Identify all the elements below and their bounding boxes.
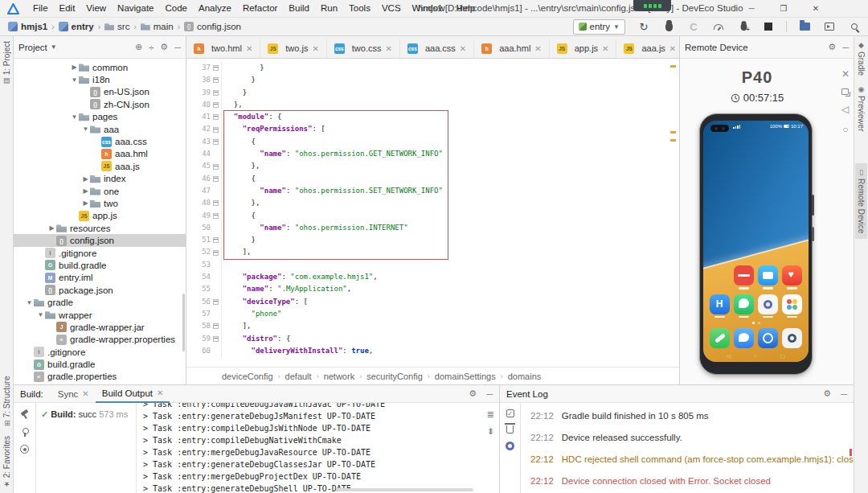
menu-vcs[interactable]: VCS <box>376 0 407 17</box>
build-hammer-icon[interactable] <box>20 409 30 419</box>
tree-item-index[interactable]: ▶index <box>14 173 186 185</box>
tab-two.js[interactable]: JStwo.js✕ <box>260 39 327 58</box>
toolwindow-structure[interactable]: ⊞7: Structure <box>1 372 13 431</box>
fold-marker[interactable] <box>211 160 222 172</box>
build-output[interactable]: > Task :entry:compileDebugJavaWithJavac … <box>137 403 499 493</box>
tree-item-pages[interactable]: ▼pages <box>14 111 186 123</box>
tree-item-entry.iml[interactable]: Mentry.iml <box>14 272 186 284</box>
tab-two.hml[interactable]: htwo.hml✕ <box>186 39 260 58</box>
breadcrumb-item-src[interactable]: src <box>104 22 129 31</box>
close-tab-icon[interactable]: ✕ <box>386 44 392 53</box>
close-tab-icon[interactable]: ✕ <box>534 44 541 53</box>
rerun-icon[interactable]: ↻ <box>637 19 651 34</box>
fold-marker[interactable] <box>211 136 222 148</box>
app-settings-icon[interactable] <box>758 294 778 318</box>
fold-marker[interactable] <box>211 87 222 99</box>
tab-aaa.js[interactable]: JSaaa.js✕ <box>616 39 684 58</box>
previewer-window-icon[interactable] <box>822 19 837 34</box>
menu-build[interactable]: Build <box>283 0 315 17</box>
menu-refactor[interactable]: Refactor <box>237 0 283 17</box>
fold-marker[interactable] <box>211 62 222 74</box>
hide-panel-icon[interactable]: ─ <box>841 389 847 399</box>
tree-item-aaa[interactable]: ▼aaa <box>14 123 186 135</box>
close-tab-icon[interactable]: ✕ <box>602 44 608 53</box>
back-icon[interactable]: ◁ <box>841 104 849 115</box>
fold-marker[interactable] <box>211 283 222 295</box>
breadcrumb-item-hmjs1[interactable]: hmjs1 <box>8 22 47 31</box>
tab-aaa.css[interactable]: cssaaa.css✕ <box>400 39 474 58</box>
app-messages-icon[interactable] <box>734 328 754 348</box>
fold-marker[interactable] <box>211 259 222 271</box>
close-tab-icon[interactable]: ✕ <box>312 44 318 53</box>
fold-marker[interactable] <box>211 197 222 209</box>
toolwindow-gradle[interactable]: ◆Gradle <box>855 36 867 80</box>
chevron-right-icon[interactable]: ▶ <box>81 187 90 195</box>
soft-wrap-icon[interactable]: ≣ <box>487 409 494 420</box>
hide-panel-icon[interactable]: ─ <box>174 43 181 52</box>
menu-navigate[interactable]: Navigate <box>112 0 159 17</box>
fold-marker[interactable] <box>211 320 222 332</box>
tree-item-build.gradle[interactable]: Gbuild.gradle <box>14 358 186 370</box>
app-camera-icon[interactable] <box>782 328 802 348</box>
chevron-right-icon[interactable]: ▶ <box>81 175 90 183</box>
filter-icon[interactable] <box>20 445 29 454</box>
fold-marker[interactable] <box>211 222 222 234</box>
project-panel-title[interactable]: Project <box>18 43 47 52</box>
settings-circle-icon[interactable] <box>506 442 514 450</box>
search-icon[interactable] <box>847 19 862 34</box>
app-health-icon[interactable] <box>782 265 802 290</box>
chevron-down-icon[interactable]: ▼ <box>36 311 45 318</box>
fold-marker[interactable] <box>211 185 222 197</box>
app-browser-icon[interactable] <box>758 328 778 348</box>
toolwindow-project[interactable]: ▤1: Project <box>1 36 13 90</box>
attach-debugger-icon[interactable]: + <box>736 19 751 34</box>
chevron-right-icon[interactable]: ▶ <box>70 64 79 71</box>
chevron-down-icon[interactable]: ▼ <box>25 299 34 306</box>
build-tab-build-output[interactable]: Build Output✕ <box>96 385 170 403</box>
fold-marker[interactable] <box>211 210 222 222</box>
fold-marker[interactable] <box>211 308 222 320</box>
tree-item-.gitignore[interactable]: i.gitignore <box>14 346 186 358</box>
menu-analyze[interactable]: Analyze <box>193 0 237 17</box>
json-path-domains[interactable]: domains <box>508 372 542 381</box>
collapse-all-icon[interactable]: ÷ <box>149 43 154 52</box>
horizontal-scrollbar[interactable] <box>336 488 473 491</box>
tree-item-two[interactable]: ▶two <box>14 197 186 209</box>
tree-item-en-US.json[interactable]: {}en-US.json <box>14 86 186 98</box>
stop-icon[interactable] <box>761 19 776 34</box>
breadcrumb-item-config.json[interactable]: {}config.json <box>184 22 241 31</box>
menu-file[interactable]: File <box>27 0 54 17</box>
app-phone-icon[interactable] <box>710 328 730 348</box>
tree-item-i18n[interactable]: ▼i18n <box>14 73 186 85</box>
close-button[interactable]: ✕ <box>810 0 821 17</box>
device-manager-icon[interactable] <box>797 19 812 34</box>
tree-item-gradle[interactable]: ▼gradle <box>14 296 186 308</box>
menu-view[interactable]: View <box>80 0 112 17</box>
phone-screen[interactable]: 100%10:17 ◁ ○ <box>703 121 809 362</box>
menu-tools[interactable]: Tools <box>343 0 376 17</box>
fold-marker[interactable] <box>211 74 222 86</box>
project-scrollbar[interactable] <box>182 294 185 351</box>
hide-panel-icon[interactable]: ─ <box>842 43 849 52</box>
json-path-domainSettings[interactable]: domainSettings <box>435 372 496 381</box>
chevron-right-icon[interactable]: ▶ <box>81 199 90 207</box>
tree-item-app.js[interactable]: JSapp.js <box>14 210 186 222</box>
tree-item-gradle-wrapper.properties[interactable]: ≡gradle-wrapper.properties <box>14 334 186 346</box>
tree-item-aaa.js[interactable]: JSaaa.js <box>14 160 186 172</box>
minimize-button[interactable]: ─ <box>746 0 757 17</box>
run-config-select[interactable]: entry ▼ <box>573 19 626 35</box>
menu-code[interactable]: Code <box>159 0 193 17</box>
rotate-screen-icon[interactable] <box>841 88 849 95</box>
close-tab-icon[interactable]: ✕ <box>157 388 163 397</box>
build-tab-sync[interactable]: Sync✕ <box>51 385 96 403</box>
tree-item-gradle.properties[interactable]: ≡gradle.properties <box>14 371 186 383</box>
close-tab-icon[interactable]: ✕ <box>82 389 88 398</box>
fold-marker[interactable] <box>211 173 222 185</box>
fold-marker[interactable] <box>211 123 222 135</box>
chevron-right-icon[interactable]: ▶ <box>47 224 56 232</box>
pin-icon[interactable] <box>20 427 30 437</box>
code-area[interactable]: 37 }38 }39 }40 },41 "module": {42 "reqPe… <box>186 59 679 367</box>
app-smart-life-icon[interactable] <box>710 294 730 318</box>
close-tab-icon[interactable]: ✕ <box>669 44 676 53</box>
tree-item-resources[interactable]: ▶resources <box>14 222 186 234</box>
